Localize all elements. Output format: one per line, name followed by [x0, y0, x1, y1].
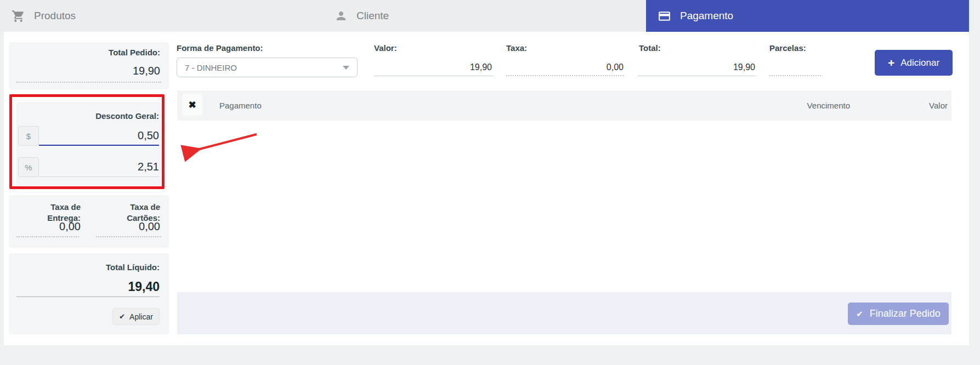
adicionar-button[interactable]: + Adicionar: [875, 50, 953, 76]
person-icon: [335, 9, 348, 22]
tab-cliente[interactable]: Cliente: [323, 0, 646, 32]
finalizar-pedido-label: Finalizar Pedido: [870, 308, 941, 320]
forma-pagamento-select[interactable]: 7 - DINHEIRO: [177, 58, 358, 77]
parcelas-underline: [769, 75, 821, 76]
forma-pagamento-label: Forma de Pagamento:: [177, 43, 319, 54]
taxa-underline: [506, 75, 624, 76]
forma-pagamento-selected-value: 7 - DINHEIRO: [185, 63, 237, 72]
taxa-entrega-underline: [16, 236, 79, 237]
total-pedido-value: 19,90: [16, 64, 160, 78]
valor-label: Valor:: [374, 43, 456, 54]
column-header-valor: Valor: [865, 101, 948, 111]
red-arrow-annotation: [178, 129, 266, 162]
tab-pagamento[interactable]: Pagamento: [646, 0, 969, 32]
percent-prefix-addon: %: [18, 157, 39, 177]
column-header-vencimento: Vencimento: [768, 101, 850, 111]
taxa-entrega-label: Taxa de Entrega:: [16, 202, 81, 213]
taxa-entrega-input[interactable]: 0,00: [16, 219, 81, 233]
valor-input[interactable]: 19,90: [374, 61, 492, 73]
close-icon: ✖: [188, 99, 196, 111]
column-header-pagamento: Pagamento: [219, 101, 356, 111]
finalizar-pedido-button[interactable]: ✔ Finalizar Pedido: [848, 303, 949, 325]
check-icon: ✔: [119, 312, 125, 321]
tab-produtos[interactable]: Produtos: [0, 0, 323, 32]
parcelas-input[interactable]: [769, 61, 821, 73]
total-pedido-label: Total Pedido:: [16, 47, 160, 58]
taxa-cartoes-label: Taxa de Cartões:: [96, 202, 160, 213]
plus-icon: +: [888, 57, 894, 69]
chevron-down-icon: [343, 66, 349, 70]
credit-card-icon: [658, 9, 671, 23]
total-liquido-label: Total Líquido:: [16, 262, 160, 273]
total-pedido-underline: [16, 82, 161, 83]
tab-cliente-label: Cliente: [356, 10, 389, 22]
taxa-cartoes-input[interactable]: 0,00: [96, 219, 160, 233]
desconto-percent-underline: [39, 176, 159, 177]
desconto-currency-focus-underline: [39, 145, 159, 146]
aplicar-button[interactable]: ✔ Aplicar: [112, 308, 160, 325]
adicionar-button-label: Adicionar: [900, 58, 939, 69]
desconto-currency-input[interactable]: 0,50: [44, 128, 159, 142]
total-liquido-underline: [16, 296, 160, 297]
currency-prefix-addon: $: [18, 126, 39, 146]
remove-column-header[interactable]: ✖: [182, 94, 202, 116]
total-liquido-value: 19,40: [16, 278, 160, 295]
pos-payment-screen: Produtos Cliente Pagamento Total Pedido:…: [0, 0, 980, 365]
tab-produtos-label: Produtos: [34, 10, 76, 22]
taxa-cartoes-underline: [96, 236, 161, 237]
footer-bar: [177, 292, 951, 334]
tab-pagamento-label: Pagamento: [680, 10, 733, 22]
valor-underline: [374, 76, 494, 76]
tab-bar: Produtos Cliente Pagamento: [0, 0, 969, 32]
total-label: Total:: [639, 43, 721, 54]
cart-icon: [12, 9, 25, 23]
taxa-label: Taxa:: [506, 43, 588, 54]
check-icon: ✔: [856, 309, 863, 319]
parcelas-label: Parcelas:: [769, 43, 852, 54]
desconto-label: Desconto Geral:: [22, 111, 159, 122]
total-underline: [638, 76, 755, 76]
taxa-input[interactable]: 0,00: [506, 61, 624, 73]
payments-table-body: [177, 121, 951, 292]
aplicar-button-label: Aplicar: [129, 312, 153, 321]
desconto-percent-input[interactable]: 2,51: [44, 159, 159, 174]
total-input[interactable]: 19,90: [638, 61, 755, 73]
